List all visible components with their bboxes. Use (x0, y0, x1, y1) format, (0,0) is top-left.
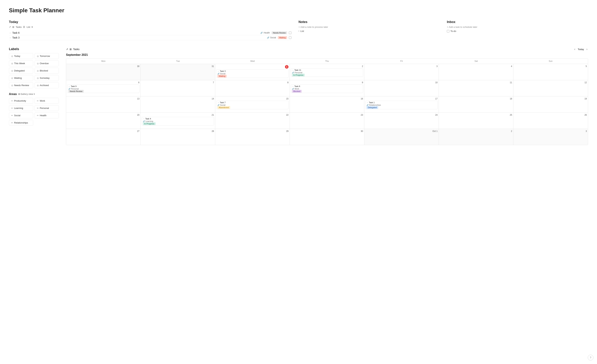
calendar-event[interactable]: → Task 3 🔗 Social Waiting (216, 69, 289, 78)
label-item-thisweek[interactable]: ◎This Week (9, 61, 33, 66)
gallery-view-toggle[interactable]: ⊞ Gallery view ▾ (18, 93, 35, 95)
task-row[interactable]: → Task 3 🔗 Social Waiting (9, 35, 291, 40)
label-item-tomorrow[interactable]: ◎Tomorrow (35, 53, 59, 59)
calendar-event[interactable]: → Task 7 🔗 Social Abandoned (216, 101, 289, 109)
calendar-cell[interactable]: 2 (439, 129, 513, 145)
area-item-relationships[interactable]: ✏Relationships (9, 120, 33, 126)
calendar-event[interactable]: → Task 4 🔗 Learning In Progress (142, 117, 214, 125)
area-item-social[interactable]: ✏Social (9, 112, 33, 118)
calendar-cell[interactable]: 26 (513, 113, 588, 129)
calendar-cell[interactable]: 27 (66, 129, 141, 145)
calendar-cell[interactable]: 31 (141, 64, 215, 80)
add-note-button[interactable]: + Add a note to process later (298, 26, 440, 28)
event-arrow: → (217, 101, 219, 104)
calendar-cell[interactable]: 24 (364, 113, 439, 129)
calendar-cell[interactable]: 5 (513, 64, 588, 80)
calendar-next-button[interactable]: › (586, 47, 588, 51)
event-status-badge: Waiting (217, 75, 227, 77)
label-item-delegated[interactable]: ◎Delegated (9, 68, 33, 74)
calendar-cell[interactable]: 23 (290, 113, 364, 129)
event-link-icon: 🔗 (217, 73, 220, 75)
calendar-cell[interactable]: 20 (66, 113, 141, 129)
calendar-cell[interactable]: 16 (290, 96, 364, 112)
calendar-today-button[interactable]: Today (578, 48, 584, 51)
calendar-cell[interactable]: 19 (513, 96, 588, 112)
calendar-cell[interactable]: 11 (439, 80, 513, 96)
label-icon: ◎ (37, 84, 39, 87)
calendar-cell[interactable]: 9 → Task 8 🔗 Work Blocked (290, 80, 364, 96)
calendar-week: 131415 → Task 7 🔗 Social Abandoned 1617 … (66, 96, 588, 113)
label-item-archived[interactable]: ◎Archived (35, 82, 59, 88)
area-item-learning[interactable]: ✏Learning (9, 105, 33, 111)
label-item-needsreview[interactable]: ◎Needs Review (9, 82, 33, 88)
todo-checkbox[interactable] (447, 30, 449, 32)
task-title: Task 3 (12, 36, 19, 39)
calendar-cell[interactable]: 22 (215, 113, 290, 129)
event-name: Task 9 (71, 85, 77, 87)
calendar-cell[interactable]: 25 (439, 113, 513, 129)
task-checkbox[interactable] (289, 31, 291, 34)
task-arrow-icon: → (9, 31, 11, 34)
area-item-health[interactable]: ✏Health (35, 112, 59, 118)
calendar-event[interactable]: → Task 8 🔗 Work Blocked (291, 85, 363, 93)
label-item-today[interactable]: ◎Today (9, 53, 33, 59)
status-badge: Waiting (278, 36, 287, 39)
calendar-title-row: ↗ ⊞ Tasks (66, 48, 79, 51)
calendar-cell[interactable]: 7 (141, 80, 215, 96)
label-icon: ◎ (11, 62, 13, 65)
event-label: 🔗 Work (292, 88, 362, 90)
calendar-event[interactable]: → Task 9 🔗 Personal Needs Review (67, 85, 140, 93)
calendar-date: 3 (365, 65, 438, 68)
task-row[interactable]: → Task 6 🔗 Health Needs Review (9, 31, 291, 35)
calendar-event[interactable]: → Task 11 🔗 Personal In Progress (291, 68, 363, 77)
area-icon: ✏ (11, 122, 13, 124)
calendar-cell[interactable]: 29 (215, 129, 290, 145)
calendar-cell[interactable]: 21 → Task 4 🔗 Learning In Progress (141, 113, 215, 129)
inbox-heading: Inbox (447, 20, 588, 24)
calendar-cell[interactable]: 28 (141, 129, 215, 145)
calendar-event[interactable]: → Task 1 🔗 Relationships Delegated (365, 101, 438, 109)
calendar-cell[interactable]: 13 (66, 96, 141, 112)
calendar-link-icon[interactable]: ↗ (66, 48, 68, 51)
calendar-cell[interactable]: Oct 1 (364, 129, 439, 145)
event-link-icon: 🔗 (143, 120, 145, 122)
page-title: Simple Task Planner (9, 7, 588, 14)
label-name: Someday (40, 77, 50, 79)
calendar-cell[interactable]: 30 (66, 64, 141, 80)
calendar-cell[interactable]: 18 (439, 96, 513, 112)
area-item-personal[interactable]: ✏Personal (35, 105, 59, 111)
today-link-icon[interactable]: ↗ (9, 26, 11, 28)
label-item-overdue[interactable]: ◎Overdue (35, 61, 59, 66)
calendar-cell[interactable]: 8 (215, 80, 290, 96)
label-item-blocked[interactable]: ◎Blocked (35, 68, 59, 74)
calendar-cell[interactable]: 17 → Task 1 🔗 Relationships Delegated (364, 96, 439, 112)
add-inbox-button[interactable]: + Add a task to schedule later (447, 26, 588, 28)
calendar-cell[interactable]: 30 (290, 129, 364, 145)
calendar-date: 14 (142, 98, 214, 100)
event-label: 🔗 Personal (292, 71, 362, 74)
calendar-date: 30 (67, 65, 140, 68)
calendar-cell[interactable]: 14 (141, 96, 215, 112)
calendar-month-label: September 2021 (66, 53, 588, 56)
calendar-date: 3 (514, 130, 587, 132)
calendar-cell[interactable]: 1 → Task 3 🔗 Social Waiting (215, 64, 290, 80)
calendar-cell[interactable]: 3 (513, 129, 588, 145)
area-item-productivity[interactable]: ✏Productivity (9, 98, 33, 104)
calendar-cell[interactable]: 12 (513, 80, 588, 96)
task-checkbox[interactable] (289, 36, 291, 39)
label-item-waiting[interactable]: ◎Waiting (9, 75, 33, 81)
calendar-date: 23 (291, 114, 363, 116)
calendar-cell[interactable]: 2 → Task 11 🔗 Personal In Progress (290, 64, 364, 80)
event-arrow: → (292, 69, 294, 71)
calendar-cell[interactable]: 15 → Task 7 🔗 Social Abandoned (215, 96, 290, 112)
calendar-date: 21 (142, 114, 214, 116)
label-item-someday[interactable]: ◎Someday (35, 75, 59, 81)
calendar-cell[interactable]: 4 (439, 64, 513, 80)
calendar-cell[interactable]: 3 (364, 64, 439, 80)
area-item-work[interactable]: ✏Work (35, 98, 59, 104)
calendar-cell[interactable]: 6 → Task 9 🔗 Personal Needs Review (66, 80, 141, 96)
label-icon: ◎ (11, 77, 13, 79)
calendar-prev-button[interactable]: ‹ (574, 47, 576, 51)
calendar-cell[interactable]: 10 (364, 80, 439, 96)
calendar-day-name: Tue (141, 58, 215, 64)
